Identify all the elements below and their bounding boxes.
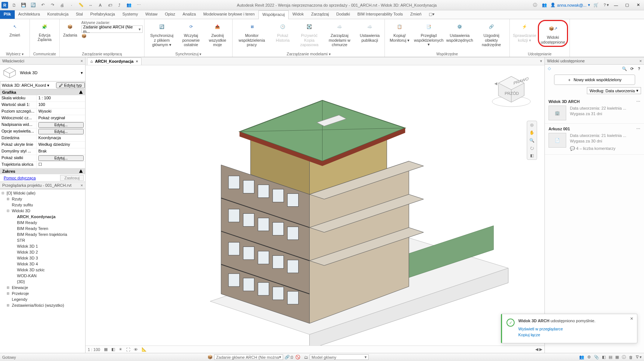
tab-analiza[interactable]: Analiza	[179, 10, 199, 19]
property-row[interactable]: Trajektoria słońca☐	[0, 162, 85, 168]
sync-central-button[interactable]: 🔄 Synchronizujz plikiem głównym ▾	[146, 20, 178, 48]
tree-leaf[interactable]: STR	[12, 237, 84, 243]
zoom-icon[interactable]: 🔍	[529, 138, 535, 143]
tab-prefabrykacja[interactable]: Prefabrykacja	[87, 10, 119, 19]
tab-widok[interactable]: Widok	[289, 10, 307, 19]
tab-dodatki[interactable]: Dodatki	[333, 10, 354, 19]
tree-node[interactable]: Legendy	[7, 296, 84, 302]
edit-requests-button[interactable]: 🧩 Edycja Żądania	[31, 20, 58, 42]
close-icon[interactable]: ×	[640, 59, 642, 63]
tree-leaf[interactable]: Widok 3D 3	[12, 255, 84, 261]
navigation-bar[interactable]: ◎ ✋ 🔍 ⭮ ◧	[527, 121, 537, 160]
section-grafika[interactable]: Grafika⯅	[0, 89, 85, 95]
publish-settings-button[interactable]: ☁️ Ustawieniapublikacji	[356, 20, 383, 43]
close-button[interactable]: ✕	[634, 1, 643, 9]
viewcube[interactable]: PRZÓD PRAWO	[489, 73, 533, 110]
edit-button[interactable]: Edytuj...	[38, 122, 84, 128]
sb-icon[interactable]: ∇ ▾	[636, 355, 642, 360]
qat-tag-icon[interactable]: 🏷	[106, 1, 114, 9]
tree-leaf[interactable]: BIM Ready	[12, 220, 84, 226]
sb-icon[interactable]: 👥	[579, 355, 584, 360]
property-row[interactable]: Poziom szczegó...Wysoki	[0, 109, 85, 115]
close-icon[interactable]: ×	[81, 59, 83, 63]
property-row[interactable]: Domyślny styl ...Brak	[0, 148, 85, 155]
relinquish-button[interactable]: 📤 Zwolnijwszystkie moje	[204, 20, 231, 48]
people-icon[interactable]: 👥	[541, 1, 548, 9]
maximize-button[interactable]: ▢	[623, 1, 631, 9]
tree-node[interactable]: Elewacje	[7, 285, 84, 290]
properties-help-link[interactable]: Pomoc dotycząca	[1, 175, 38, 181]
qat-members-icon[interactable]: 👥	[125, 1, 133, 9]
copy-link-link[interactable]: Kopiuj łącze	[518, 332, 624, 338]
sb-icon[interactable]: 🗑	[629, 355, 633, 360]
tree-leaf[interactable]: Widok 3D 4	[12, 261, 84, 267]
tab-bim-interoperability-tools[interactable]: BIM Interoperability Tools	[354, 10, 407, 19]
modify-button[interactable]: ↖ Zmień	[1, 20, 28, 38]
edit-button[interactable]: Edytuj...	[38, 155, 84, 161]
help-icon[interactable]: ？	[637, 66, 641, 71]
active-task-dropdown[interactable]: Zadanie główne ARCH (Nie m...▾	[81, 25, 143, 33]
shared-view-item[interactable]: Arkusz 001⋯ 📄 Data utworzenia: 21 kwietn…	[545, 124, 644, 155]
tree-leaf[interactable]: {3D}	[12, 279, 84, 285]
tab-zarządzaj[interactable]: Zarządzaj	[307, 10, 333, 19]
tree-node[interactable]: Przekroje	[7, 290, 84, 296]
coordination-review-button[interactable]: 📑 Przeglądwspółdzielonych ▾	[413, 20, 445, 48]
property-row[interactable]: Widoczność cz...Pokaż oryginał	[0, 115, 85, 122]
section-zakres[interactable]: Zakres⯅	[0, 168, 85, 174]
manage-cloud-button[interactable]: ☁️ Zarządzajmodelami w chmurze	[323, 20, 356, 48]
more-icon[interactable]: ⋯	[636, 127, 640, 131]
qat-sync-icon[interactable]: 🔄	[29, 1, 37, 9]
property-row[interactable]: Wartość skali 1:100	[0, 102, 85, 109]
instance-selector[interactable]: Widok 3D: ARCH_Koord ▾	[0, 83, 56, 88]
reconcile-hosting-button[interactable]: 🔗 Uzgodnijobiekty nadrzędne	[475, 20, 508, 48]
reload-latest-button[interactable]: ⟳ Wczytaj ponownieostatnie	[178, 20, 204, 48]
qat-measure-icon[interactable]: 📏	[77, 1, 85, 9]
sort-dropdown[interactable]: Według: Data utworzenia▾	[587, 87, 641, 94]
qat-open-icon[interactable]: 🗋	[10, 1, 18, 9]
tab-modelowanie-bryłowe-i-teren[interactable]: Modelowanie bryłowe i teren	[199, 10, 258, 19]
qat-more-icon[interactable]: ⋯	[135, 1, 142, 9]
property-row[interactable]: Pokaż siatkiEdytuj...	[0, 155, 85, 162]
back-icon[interactable]: ◇	[548, 66, 551, 72]
vc-icon[interactable]: ⛶	[126, 347, 130, 352]
more-icon[interactable]: ⋯	[636, 99, 640, 104]
scale-label[interactable]: 1 : 100	[88, 347, 100, 352]
tree-leaf[interactable]: Widok 3D 2	[12, 249, 84, 255]
property-row[interactable]: Nadpisania wid...Edytuj...	[0, 122, 85, 128]
shared-view-item[interactable]: Widok 3D ARCH⋯ 🏢 Data utworzenia: 22 kwi…	[545, 96, 644, 124]
tab-close-icon[interactable]: ×	[136, 59, 138, 63]
qat-print-icon[interactable]: 🖨	[58, 1, 66, 9]
vc-icon[interactable]: 📐	[142, 347, 147, 352]
tree-leaf[interactable]: ARCH_Koordynacja	[12, 214, 84, 220]
vc-icon[interactable]: ◧	[111, 347, 115, 352]
qat-save-icon[interactable]: 💾	[20, 1, 27, 9]
property-row[interactable]: Skala widoku1 : 100	[0, 95, 85, 102]
tab-architektura[interactable]: Architektura	[15, 10, 44, 19]
sb-icon[interactable]: ⚙	[587, 355, 591, 360]
qat-dimension-icon[interactable]: ↔	[87, 1, 94, 9]
tab-współpracuj[interactable]: Współpracuj	[258, 10, 289, 19]
refresh-icon[interactable]: ⟳	[630, 66, 634, 71]
user-account[interactable]: 👤 anna.nowak@... ▾	[550, 3, 590, 7]
link-icon[interactable]: 🔗	[285, 355, 290, 360]
info-icon[interactable]: ⓘ	[531, 1, 539, 9]
property-row[interactable]: Opcje wyświetla...Edytuj...	[0, 128, 85, 135]
tab-opisz[interactable]: Opisz	[161, 10, 179, 19]
qat-stairs-icon[interactable]: ⤴	[116, 1, 123, 9]
tab-wstaw[interactable]: Wstaw	[142, 10, 161, 19]
vc-icon[interactable]: ☀	[119, 347, 122, 352]
copy-monitor-button[interactable]: 📋 Kopiuj/Monitoruj ▾	[386, 20, 413, 43]
view-in-browser-link[interactable]: Wyświetl w przeglądarce	[518, 326, 624, 332]
document-tab[interactable]: ⌂ ARCH_Koordynacja ×	[87, 58, 142, 65]
tree-node[interactable]: Rzuty sufitu	[7, 202, 84, 208]
steering-wheel-icon[interactable]: ◎	[530, 123, 534, 127]
vc-scroll-icon[interactable]: ◀ ▶	[535, 347, 542, 352]
tab-systemy[interactable]: Systemy	[119, 10, 142, 19]
sb-icon[interactable]: ▤	[609, 355, 612, 360]
sb-icon[interactable]: ⓘ	[622, 354, 626, 360]
pan-icon[interactable]: ✋	[529, 130, 535, 135]
qat-text-icon[interactable]: A	[97, 1, 104, 9]
tab-file[interactable]: Plik	[0, 10, 15, 19]
shared-views-button[interactable]: 📦↗ Widokiudostępnione	[540, 22, 566, 45]
tree-node-widoki3d[interactable]: Widoki 3D ARCH_KoordynacjaBIM ReadyBIM R…	[7, 208, 84, 285]
